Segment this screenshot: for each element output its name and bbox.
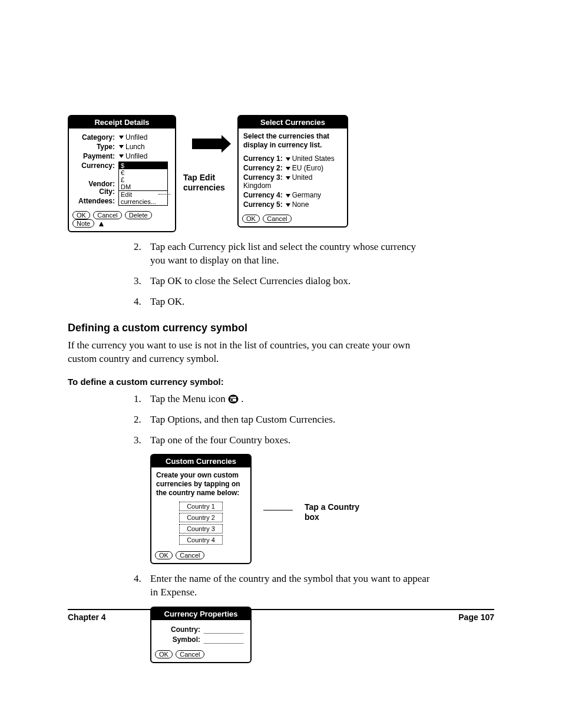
step-b3: 3. Tap one of the four Country boxes.: [134, 434, 430, 447]
ok-button[interactable]: OK: [155, 650, 173, 658]
ok-button[interactable]: OK: [155, 551, 173, 559]
currency1-value[interactable]: United States: [292, 154, 335, 163]
receipt-details-title: Receipt Details: [69, 116, 175, 129]
cancel-button[interactable]: Cancel: [176, 650, 204, 658]
cancel-button[interactable]: Cancel: [93, 211, 121, 219]
step-text: Tap each Currency pick list and select t…: [150, 241, 430, 268]
figure-1: Receipt Details Category: Unfiled Type: …: [68, 115, 430, 232]
chevron-down-icon[interactable]: [286, 157, 290, 161]
cancel-button[interactable]: Cancel: [176, 551, 204, 559]
step-number: 2.: [134, 241, 150, 268]
content-column: Receipt Details Category: Unfiled Type: …: [150, 115, 430, 663]
dropdown-selected[interactable]: $: [119, 162, 167, 169]
note-button[interactable]: Note: [72, 219, 94, 228]
payment-label: Payment:: [74, 152, 115, 160]
heading-defining-custom: Defining a custom currency symbol: [68, 322, 430, 334]
cancel-button[interactable]: Cancel: [263, 215, 291, 223]
currency-dropdown-open[interactable]: $ € £ DM Edit currencies...: [118, 162, 168, 206]
figure-2: Custom Currencies Create your own custom…: [150, 454, 430, 564]
step-text: Tap one of the four Country boxes.: [150, 434, 290, 447]
callout-tap-country: Tap a Country box: [305, 502, 369, 522]
attendees-label: Attendees:: [74, 197, 115, 205]
paragraph-intro: If the currency you want to use is not i…: [68, 339, 430, 366]
step-4: 4. Tap OK.: [134, 295, 430, 309]
currency2-label: Currency 2:: [243, 164, 283, 172]
step-number: 4.: [134, 572, 150, 599]
step-text: Tap OK to close the Select Currencies di…: [150, 275, 351, 288]
currency5-value[interactable]: None: [292, 200, 309, 209]
currency2-value[interactable]: EU (Euro): [292, 164, 323, 172]
country-4-box[interactable]: Country 4: [179, 535, 223, 545]
symbol-input[interactable]: [204, 637, 243, 644]
currency3-label: Currency 3:: [243, 173, 283, 182]
step-number: 4.: [134, 295, 150, 309]
category-value[interactable]: Unfiled: [125, 133, 147, 141]
dropdown-option[interactable]: £: [119, 176, 167, 183]
ok-button[interactable]: OK: [72, 211, 90, 219]
select-currencies-title: Select Currencies: [239, 116, 347, 129]
step-text: Enter the name of the country and the sy…: [150, 572, 430, 599]
step-b1: 1. Tap the Menu icon .: [134, 393, 430, 406]
chevron-down-icon[interactable]: [286, 203, 290, 207]
step-b2: 2. Tap Options, and then tap Custom Curr…: [134, 413, 430, 427]
document-page: Receipt Details Category: Unfiled Type: …: [0, 0, 562, 728]
step-c4: 4. Enter the name of the country and the…: [134, 572, 430, 599]
currency-label: Currency:: [74, 162, 115, 170]
chevron-down-icon[interactable]: [119, 154, 124, 158]
step-text: Tap the Menu icon .: [150, 393, 243, 406]
chevron-down-icon[interactable]: [119, 145, 124, 149]
step-number: 3.: [134, 434, 150, 447]
chevron-down-icon[interactable]: [286, 167, 290, 170]
svg-rect-3: [231, 399, 233, 401]
vendor-input[interactable]: [158, 189, 170, 195]
ok-button[interactable]: OK: [242, 215, 260, 223]
step-number: 3.: [134, 275, 150, 288]
custom-currencies-instruction: Create your own custom currencies by tap…: [156, 471, 246, 498]
country-1-box[interactable]: Country 1: [179, 502, 223, 511]
heading-to-define: To define a custom currency symbol:: [68, 377, 430, 387]
vendor-label: Vendor:: [74, 180, 115, 188]
custom-currencies-title: Custom Currencies: [151, 455, 250, 467]
payment-value[interactable]: Unfiled: [125, 152, 147, 160]
page-number: Page 107: [458, 612, 494, 622]
city-label: City:: [74, 187, 115, 196]
currency1-label: Currency 1:: [243, 154, 283, 163]
connector-line: [263, 510, 293, 510]
svg-rect-1: [230, 397, 236, 398]
callout-edit-currencies: Tap Edit currencies: [183, 173, 230, 193]
step-number: 2.: [134, 413, 150, 427]
country-label: Country:: [156, 625, 200, 634]
custom-currencies-dialog: Custom Currencies Create your own custom…: [150, 454, 252, 564]
currency4-value[interactable]: Germany: [292, 191, 321, 199]
type-label: Type:: [74, 143, 115, 151]
receipt-details-dialog: Receipt Details Category: Unfiled Type: …: [68, 115, 176, 232]
symbol-label: Symbol:: [156, 635, 200, 644]
chevron-down-icon[interactable]: [286, 176, 290, 180]
dropdown-option[interactable]: €: [119, 169, 167, 176]
chapter-label: Chapter 4: [68, 612, 106, 622]
step-text: Tap Options, and then tap Custom Currenc…: [150, 413, 335, 427]
up-arrow-icon: [99, 222, 104, 226]
country-2-box[interactable]: Country 2: [179, 513, 223, 522]
delete-button[interactable]: Delete: [125, 211, 152, 219]
chevron-down-icon[interactable]: [119, 136, 124, 139]
step-text: Tap OK.: [150, 295, 184, 309]
menu-icon: [228, 394, 239, 404]
page-footer: Chapter 4 Page 107: [68, 609, 494, 622]
country-input[interactable]: [204, 627, 243, 634]
type-value[interactable]: Lunch: [125, 143, 145, 151]
select-currencies-dialog: Select Currencies Select the currencies …: [237, 115, 348, 228]
step-3: 3. Tap OK to close the Select Currencies…: [134, 275, 430, 288]
arrow-right-icon: [192, 139, 222, 149]
select-currencies-instruction: Select the currencies that display in cu…: [243, 132, 342, 150]
country-3-box[interactable]: Country 3: [179, 524, 223, 533]
step-2: 2. Tap each Currency pick list and selec…: [134, 241, 430, 268]
step-number: 1.: [134, 393, 150, 406]
category-label: Category:: [74, 133, 115, 141]
currency5-label: Currency 5:: [243, 200, 283, 209]
currency4-label: Currency 4:: [243, 191, 283, 199]
chevron-down-icon[interactable]: [286, 194, 290, 197]
